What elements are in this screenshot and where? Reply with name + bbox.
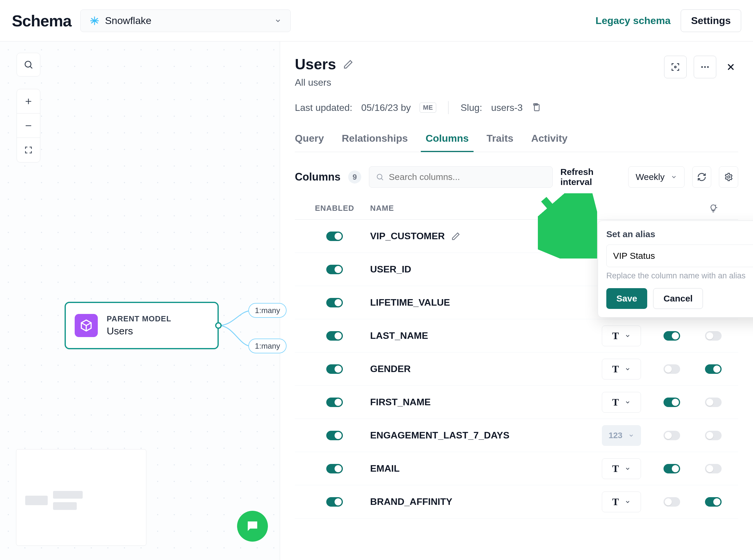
popover-title: Set an alias [606, 229, 753, 239]
node-supertitle: PARENT MODEL [107, 314, 171, 323]
columns-search-input[interactable] [388, 172, 546, 182]
svg-point-4 [707, 66, 709, 68]
alias-popover: Set an alias Replace the column name wit… [598, 221, 753, 318]
table-row: BRAND_AFFINITY T [295, 485, 738, 519]
chevron-down-icon [625, 333, 631, 339]
chevron-down-icon [671, 174, 677, 180]
toggle[interactable] [664, 497, 680, 507]
last-updated-label: Last updated: [295, 102, 352, 113]
refresh-button[interactable] [692, 166, 712, 188]
toggle[interactable] [664, 431, 680, 440]
chevron-down-icon [628, 433, 634, 438]
pencil-icon[interactable] [451, 232, 460, 241]
tab-columns[interactable]: Columns [426, 126, 469, 152]
toggle[interactable] [326, 364, 343, 374]
refresh-interval-label: Refresh interval [561, 167, 620, 187]
alias-input[interactable] [606, 244, 753, 267]
parent-model-node[interactable]: PARENT MODEL Users [65, 302, 219, 349]
save-button[interactable]: Save [606, 288, 647, 309]
toggle[interactable] [326, 431, 343, 440]
toggle[interactable] [705, 331, 721, 341]
tab-query[interactable]: Query [295, 126, 324, 152]
model-subtitle: All users [295, 77, 353, 88]
legacy-schema-link[interactable]: Legacy schema [596, 15, 671, 26]
type-label: T [612, 397, 619, 408]
type-chip[interactable]: T [602, 458, 641, 479]
more-button[interactable] [694, 56, 716, 78]
close-button[interactable] [724, 60, 738, 75]
plus-icon [24, 97, 33, 106]
cancel-button[interactable]: Cancel [653, 288, 703, 309]
toggle[interactable] [326, 398, 343, 407]
type-chip[interactable]: T [602, 325, 641, 346]
toggle[interactable] [664, 364, 680, 374]
toggle[interactable] [664, 464, 680, 474]
pencil-icon[interactable] [343, 59, 353, 69]
canvas-pane[interactable]: PARENT MODEL Users 1:many 1:many [0, 41, 280, 560]
source-select[interactable]: Snowflake [80, 9, 291, 32]
th-enabled: ENABLED [299, 204, 370, 213]
column-name: BRAND_AFFINITY [370, 496, 452, 507]
scan-icon [670, 62, 680, 72]
settings-button[interactable]: Settings [681, 9, 741, 32]
minimap[interactable] [16, 449, 146, 546]
divider [448, 101, 449, 114]
columns-search[interactable] [369, 166, 553, 188]
zoom-controls [17, 89, 40, 162]
th-name: NAME [370, 204, 592, 213]
detail-pane: Users All users Last updated: 05/16/23 b… [280, 41, 753, 560]
close-icon [726, 62, 736, 72]
snowflake-icon [89, 16, 100, 26]
columns-title: Columns [295, 171, 341, 183]
type-chip[interactable]: 123 [602, 425, 641, 446]
tab-relationships[interactable]: Relationships [342, 126, 408, 152]
table-row: EMAIL T [295, 452, 738, 485]
tabs: Query Relationships Columns Traits Activ… [295, 126, 738, 152]
toggle[interactable] [326, 232, 343, 241]
type-label: 123 [609, 431, 623, 440]
chevron-down-icon [625, 366, 631, 372]
toggle[interactable] [326, 265, 343, 274]
cube-icon [75, 314, 98, 337]
toggle[interactable] [326, 331, 343, 341]
chat-fab[interactable] [237, 511, 268, 542]
expand-icon [24, 145, 33, 155]
chevron-down-icon [625, 466, 631, 472]
columns-settings-button[interactable] [719, 166, 738, 188]
popover-help: Replace the column name with an alias [606, 271, 753, 280]
zoom-in-button[interactable] [17, 89, 40, 114]
toggle[interactable] [326, 298, 343, 307]
toggle[interactable] [705, 364, 721, 374]
chevron-down-icon [625, 499, 631, 505]
toggle[interactable] [326, 497, 343, 507]
canvas-search-button[interactable] [17, 53, 40, 77]
chat-icon [245, 519, 260, 533]
lightbulb-icon [709, 204, 718, 213]
toggle[interactable] [705, 464, 721, 474]
clipboard-icon[interactable] [532, 103, 541, 112]
focus-button[interactable] [664, 56, 687, 78]
tab-activity[interactable]: Activity [531, 126, 568, 152]
refresh-interval-select[interactable]: Weekly [628, 166, 685, 188]
toggle[interactable] [705, 497, 721, 507]
columns-toolbar: Columns 9 Refresh interval Weekly [295, 166, 738, 188]
table-row: GENDER T [295, 353, 738, 386]
author-badge: ME [420, 103, 436, 113]
svg-point-2 [701, 66, 703, 68]
tab-traits[interactable]: Traits [487, 126, 513, 152]
type-chip[interactable]: T [602, 392, 641, 413]
toggle[interactable] [664, 398, 680, 407]
type-label: T [612, 496, 619, 507]
type-chip[interactable]: T [602, 359, 641, 379]
toggle[interactable] [705, 431, 721, 440]
zoom-out-button[interactable] [17, 114, 40, 138]
node-output-handle[interactable] [215, 322, 222, 329]
fit-screen-button[interactable] [17, 138, 40, 162]
type-label: T [612, 463, 619, 474]
type-chip[interactable]: T [602, 492, 641, 512]
column-name: USER_ID [370, 264, 411, 275]
toggle[interactable] [326, 464, 343, 474]
toggle[interactable] [705, 398, 721, 407]
svg-point-1 [674, 66, 676, 68]
toggle[interactable] [664, 331, 680, 341]
